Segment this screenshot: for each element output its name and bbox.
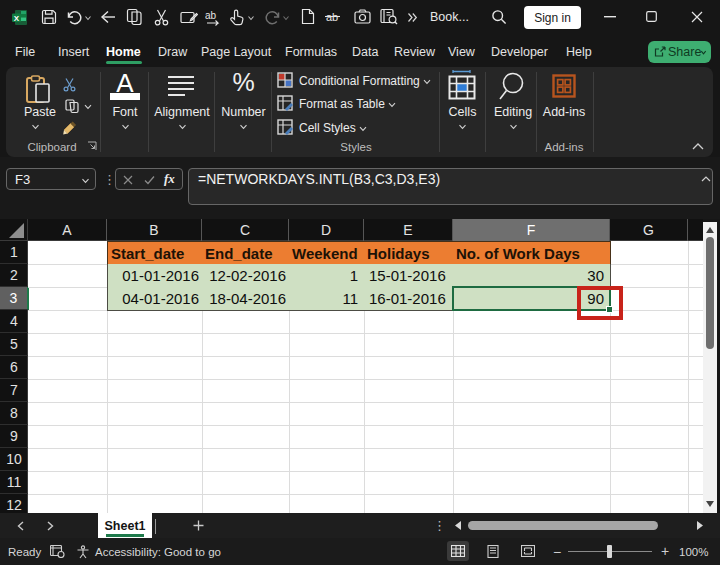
svg-text:ab: ab	[205, 10, 217, 21]
svg-text:X: X	[14, 14, 20, 23]
